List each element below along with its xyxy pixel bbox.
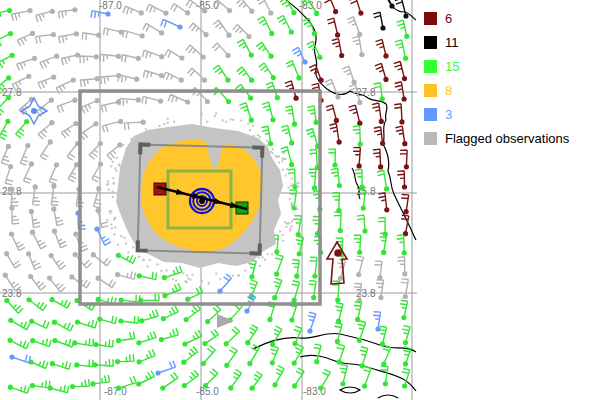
- grid-label: -87.0: [104, 386, 127, 397]
- legend-swatch: [424, 84, 437, 97]
- grid-label: -87.0: [99, 0, 122, 11]
- legend-label: 11: [445, 36, 459, 49]
- legend-swatch: [424, 12, 437, 25]
- legend-swatch: [424, 36, 437, 49]
- storm-center-dot: [199, 198, 205, 204]
- legend-item: Flagged observations: [424, 126, 596, 150]
- legend-swatch: [424, 60, 437, 73]
- legend-label: 6: [445, 12, 452, 25]
- legend-item: 15: [424, 54, 596, 78]
- legend: 6 11 15 8 3 Flagged observations: [424, 6, 596, 150]
- legend-swatch: [424, 108, 437, 121]
- legend-label: 3: [445, 108, 452, 121]
- legend-item: 11: [424, 30, 596, 54]
- wind-observation-qc-window: -87.0-85.0-83.0-87.0-85.0-83.027.825.823…: [0, 0, 600, 400]
- grid-label: 23.8: [2, 288, 22, 299]
- grid-label: 23.8: [356, 288, 376, 299]
- legend-label: 8: [445, 84, 452, 97]
- legend-label: 15: [445, 60, 459, 73]
- legend-swatch: [424, 132, 437, 145]
- observation-map[interactable]: -87.0-85.0-83.0-87.0-85.0-83.027.825.823…: [0, 0, 417, 400]
- grid-label: -85.0: [196, 386, 219, 397]
- legend-label: Flagged observations: [445, 132, 569, 145]
- legend-item: 8: [424, 78, 596, 102]
- legend-item: 3: [424, 102, 596, 126]
- legend-item: 6: [424, 6, 596, 30]
